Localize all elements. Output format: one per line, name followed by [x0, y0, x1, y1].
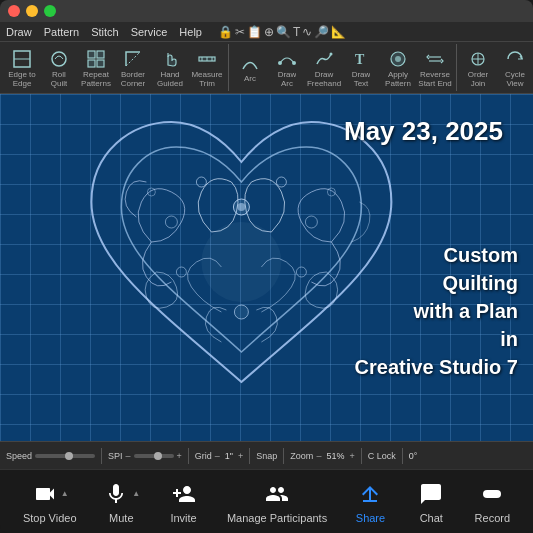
- zoom-control: Zoom – 51% +: [290, 451, 354, 461]
- svg-point-13: [292, 61, 296, 65]
- reverse-start-end-btn[interactable]: ReverseStart End: [417, 45, 453, 91]
- canvas-area[interactable]: May 23, 2025 Custom Quilting with a Plan…: [0, 94, 533, 441]
- mute-caret: ▲: [132, 489, 140, 498]
- stop-video-btn[interactable]: ▲ Stop Video: [13, 474, 87, 530]
- chat-btn[interactable]: Chat: [404, 474, 459, 530]
- svg-rect-3: [88, 51, 95, 58]
- people-icon: [263, 480, 291, 508]
- svg-point-33: [296, 267, 306, 277]
- draw-freehand-icon: [312, 47, 336, 71]
- toolbar-icon-7[interactable]: ∿: [302, 25, 312, 39]
- invite-btn[interactable]: Invite: [156, 474, 211, 530]
- zoom-meeting-bar: ▲ Stop Video ▲ Mute: [0, 469, 533, 533]
- chat-icon: [417, 480, 445, 508]
- divider-5: [361, 448, 362, 464]
- draw-arc-btn[interactable]: DrawArc: [269, 45, 305, 91]
- svg-point-30: [165, 216, 177, 228]
- toolbar-icon-3[interactable]: 📋: [247, 25, 262, 39]
- chat-label: Chat: [420, 512, 443, 524]
- hand-guided-icon: [158, 47, 182, 71]
- invite-label: Invite: [170, 512, 196, 524]
- date-overlay: May 23, 2025: [344, 116, 503, 147]
- grid-minus[interactable]: –: [215, 451, 220, 461]
- stop-video-label: Stop Video: [23, 512, 77, 524]
- svg-point-37: [201, 222, 281, 302]
- speed-label: Speed: [6, 451, 32, 461]
- measure-trim-btn[interactable]: MeasureTrim: [189, 45, 225, 91]
- border-corner-btn[interactable]: BorderCorner: [115, 45, 151, 91]
- svg-point-29: [276, 177, 286, 187]
- roll-quilt-label: RollQuilt: [51, 71, 67, 89]
- toolbar-icon-9[interactable]: 📐: [331, 25, 346, 39]
- maximize-button[interactable]: [44, 5, 56, 17]
- zoom-minus[interactable]: –: [316, 451, 321, 461]
- close-button[interactable]: [8, 5, 20, 17]
- svg-point-32: [176, 267, 186, 277]
- svg-point-31: [305, 216, 317, 228]
- cycle-view-btn[interactable]: CycleView: [497, 45, 533, 91]
- svg-rect-4: [97, 51, 104, 58]
- toolbar-group-2: Arc DrawArc: [232, 44, 457, 91]
- toolbar-icon-1[interactable]: 🔒: [218, 25, 233, 39]
- minimize-button[interactable]: [26, 5, 38, 17]
- measure-trim-icon: [195, 47, 219, 71]
- angle-display: 0°: [409, 451, 418, 461]
- toolbar-icon-6[interactable]: T: [293, 25, 300, 39]
- roll-quilt-btn[interactable]: RollQuilt: [41, 45, 77, 91]
- snap-control: Snap: [256, 451, 277, 461]
- repeat-patterns-btn[interactable]: RepeatPatterns: [78, 45, 114, 91]
- main-toolbar: Edge toEdge RollQuilt: [0, 42, 533, 94]
- zoom-value: 51%: [324, 451, 346, 461]
- grid-plus[interactable]: +: [238, 451, 243, 461]
- menu-help[interactable]: Help: [179, 26, 202, 38]
- menu-stitch[interactable]: Stitch: [91, 26, 119, 38]
- toolbar-icon-8[interactable]: 🔎: [314, 25, 329, 39]
- draw-text-btn[interactable]: T DrawText: [343, 45, 379, 91]
- speed-control: Speed: [6, 451, 95, 461]
- toolbar-icon-2[interactable]: ✂: [235, 25, 245, 39]
- divider-4: [283, 448, 284, 464]
- border-corner-label: BorderCorner: [121, 71, 145, 89]
- arc-icon: [238, 51, 262, 75]
- svg-rect-38: [363, 500, 377, 502]
- record-btn[interactable]: Record: [465, 474, 520, 530]
- invite-icon: [170, 480, 198, 508]
- speed-slider[interactable]: [35, 454, 95, 458]
- spi-minus[interactable]: –: [126, 451, 131, 461]
- share-btn[interactable]: Share: [343, 474, 398, 530]
- apply-pattern-btn[interactable]: ApplyPattern: [380, 45, 416, 91]
- spi-plus[interactable]: +: [177, 451, 182, 461]
- video-icon: [31, 480, 59, 508]
- draw-freehand-btn[interactable]: DrawFreehand: [306, 45, 342, 91]
- menu-pattern[interactable]: Pattern: [44, 26, 79, 38]
- mute-btn[interactable]: ▲ Mute: [92, 474, 150, 530]
- app-window: Draw Pattern Stitch Service Help 🔒 ✂ 📋 ⊕…: [0, 0, 533, 533]
- edge-to-edge-label: Edge toEdge: [8, 71, 36, 89]
- mute-group: ▲: [102, 480, 140, 508]
- clock-lock-label: C Lock: [368, 451, 396, 461]
- toolbar-icon-4[interactable]: ⊕: [264, 25, 274, 39]
- share-icon: [356, 480, 384, 508]
- spi-slider[interactable]: [134, 454, 174, 458]
- cycle-view-icon: [503, 47, 527, 71]
- menu-draw[interactable]: Draw: [6, 26, 32, 38]
- hand-guided-btn[interactable]: HandGuided: [152, 45, 188, 91]
- zoom-plus[interactable]: +: [349, 451, 354, 461]
- toolbar-group-1: Edge toEdge RollQuilt: [4, 44, 229, 91]
- edge-to-edge-icon: [10, 47, 34, 71]
- manage-participants-btn[interactable]: Manage Participants: [217, 474, 337, 530]
- order-join-btn[interactable]: OrderJoin: [460, 45, 496, 91]
- grid-control: Grid – 1" +: [195, 451, 244, 461]
- repeat-patterns-icon: [84, 47, 108, 71]
- record-label: Record: [475, 512, 510, 524]
- menu-service[interactable]: Service: [131, 26, 168, 38]
- edge-to-edge-btn[interactable]: Edge toEdge: [4, 45, 40, 91]
- toolbar-group-3: OrderJoin CycleView: [460, 44, 533, 91]
- border-corner-icon: [121, 47, 145, 71]
- repeat-patterns-label: RepeatPatterns: [81, 71, 111, 89]
- menu-bar: Draw Pattern Stitch Service Help 🔒 ✂ 📋 ⊕…: [0, 22, 533, 42]
- toolbar-icon-5[interactable]: 🔍: [276, 25, 291, 39]
- title-bar: [0, 0, 533, 22]
- zoom-label: Zoom: [290, 451, 313, 461]
- arc-btn[interactable]: Arc: [232, 45, 268, 91]
